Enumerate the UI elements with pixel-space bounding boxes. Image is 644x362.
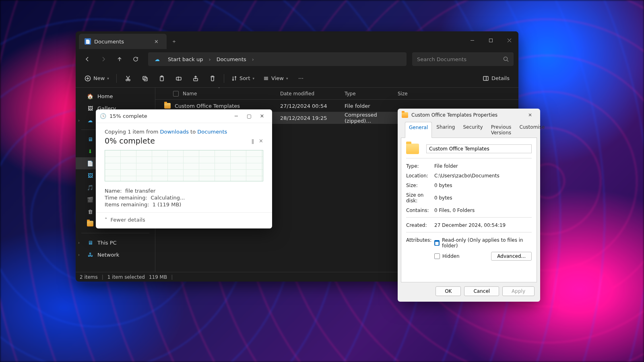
breadcrumb-current[interactable]: Documents [213,55,250,64]
minimize-button[interactable]: ─ [230,111,242,121]
svg-rect-15 [176,77,181,80]
svg-rect-11 [143,76,146,80]
chevron-right-icon[interactable]: › [208,56,211,62]
copy-details: Name: file transfer Time remaining: Calc… [105,188,263,208]
more-button[interactable]: ⋯ [293,72,308,85]
chevron-right-icon[interactable]: › [78,253,80,257]
transfer-graph [105,150,263,181]
tab-security[interactable]: Security [459,122,486,138]
delete-button[interactable] [205,72,220,85]
tab-documents[interactable]: 📄 Documents ✕ [79,34,167,49]
pause-button[interactable]: ǁ [252,138,254,144]
tab-general[interactable]: General [405,122,432,138]
svg-line-5 [507,60,508,62]
video-icon: 🎬 [87,196,93,203]
status-count: 2 items [80,274,98,280]
sidebar-item-network[interactable]: ›🖧Network [76,249,155,261]
sidebar-label: Home [97,93,113,99]
svg-rect-21 [483,76,488,80]
column-header-size[interactable]: Size [393,91,429,97]
column-header-name[interactable]: Name [155,91,275,97]
file-date: 27/12/2024 00:54 [275,103,340,109]
maximize-button[interactable]: ▢ [243,111,255,121]
prop-type: File folder [434,163,532,169]
rename-button[interactable] [171,72,186,85]
close-tab-button[interactable]: ✕ [152,37,161,46]
view-button[interactable]: View▾ [260,72,291,85]
back-button[interactable] [80,52,94,66]
chevron-right-icon[interactable]: › [78,118,80,123]
status-selected: 1 item selected [107,274,145,280]
titlebar: 📄 Documents ✕ ＋ [76,31,518,49]
sidebar-label: Network [97,252,119,258]
copy-description: Copying 1 item from Downloads to Documen… [105,129,263,135]
share-button[interactable] [188,72,203,85]
tab-previous-versions[interactable]: Previous Versions [487,122,515,138]
dialog-titlebar: 🕓 15% complete ─ ▢ ✕ [96,109,272,123]
tab-customise[interactable]: Customise [516,122,548,138]
sort-indicator-icon: ˄ [218,87,220,91]
cancel-button[interactable]: ✕ [259,138,263,144]
hidden-label: Hidden [442,253,460,259]
sort-label: Sort [239,75,250,81]
tab-sharing[interactable]: Sharing [433,122,458,138]
breadcrumb-backup[interactable]: Start back up [165,55,206,64]
cut-button[interactable] [121,72,135,85]
svg-point-4 [504,57,508,61]
network-icon: 🖧 [87,251,93,258]
paste-button[interactable] [155,72,169,85]
sidebar-item-home[interactable]: 🏠Home [76,90,155,102]
link-to[interactable]: Documents [197,129,227,135]
minimize-button[interactable] [463,31,481,49]
cancel-button[interactable]: Cancel [464,286,499,296]
up-button[interactable] [113,52,126,66]
forward-button[interactable] [97,52,110,66]
prop-size: 0 bytes [434,183,532,188]
dialog-title: Custom Office Templates Properties [411,112,497,118]
readonly-checkbox[interactable]: ■ [434,240,440,246]
chevron-right-icon[interactable]: › [78,241,80,245]
select-all-checkbox[interactable] [173,91,179,97]
percent-complete: 0% complete [105,136,155,145]
new-tab-button[interactable]: ＋ [167,34,182,49]
folder-icon [87,220,93,227]
fewer-details-button[interactable]: ˄Fewer details [105,217,263,223]
hidden-checkbox[interactable] [434,253,440,259]
search-input[interactable]: Search Documents [412,52,514,66]
new-button[interactable]: New▾ [81,72,112,85]
trash-icon: 🗑 [87,208,93,215]
svg-point-10 [128,79,130,81]
close-window-button[interactable] [500,31,518,49]
folder-name-input[interactable] [426,144,532,153]
column-headers: ˄ Name Date modified Type Size [155,88,518,100]
chevron-right-icon[interactable]: › [251,56,255,62]
svg-point-9 [126,79,128,81]
refresh-button[interactable] [129,52,142,66]
ok-button[interactable]: OK [436,286,461,296]
maximize-button[interactable] [481,31,500,49]
sidebar-label: This PC [97,240,117,246]
file-type: File folder [340,103,393,109]
svg-rect-1 [489,39,492,42]
folder-icon [402,112,408,118]
column-header-type[interactable]: Type [340,91,393,97]
link-from[interactable]: Downloads [160,129,189,135]
close-button[interactable]: ✕ [256,111,268,121]
details-pane-button[interactable]: Details [479,72,513,85]
view-label: View [271,75,284,81]
file-date: 28/12/2024 19:25 [275,115,340,121]
folder-icon [164,103,171,109]
advanced-button[interactable]: Advanced... [491,252,532,261]
address-bar[interactable]: ☁ Start back up › Documents › [148,52,407,66]
apply-button[interactable]: Apply [502,286,535,296]
toolbar: New▾ Sort▾ View▾ ⋯ Details [76,69,518,88]
music-icon: 🎵 [87,184,93,191]
sidebar-item-thispc[interactable]: ›🖥This PC [76,237,155,249]
prop-contains: 0 Files, 0 Folders [434,208,532,213]
sort-button[interactable]: Sort▾ [228,72,258,85]
close-button[interactable]: ✕ [524,110,536,120]
column-header-date[interactable]: Date modified [275,91,340,97]
dialog-title: 15% complete [109,113,147,119]
file-type: Compressed (zipped)… [340,112,393,124]
copy-button[interactable] [138,72,152,85]
